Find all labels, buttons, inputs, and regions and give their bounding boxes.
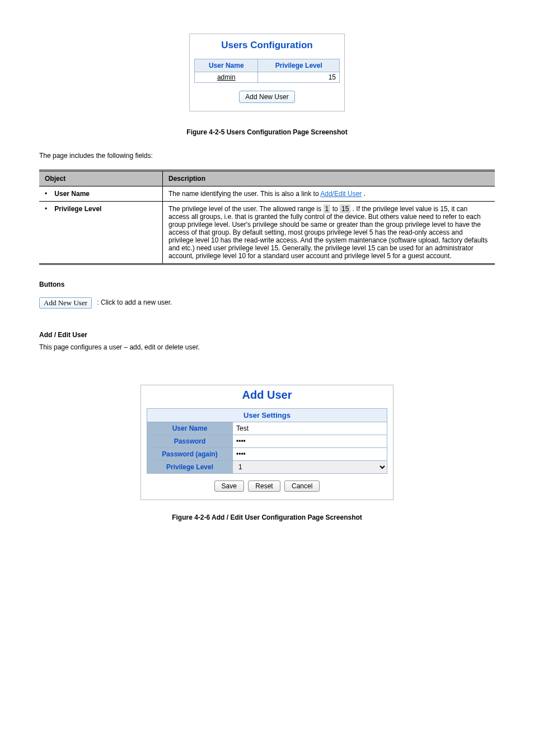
- users-config-panel: Users Configuration User Name Privilege …: [189, 34, 345, 111]
- table-row: • Privilege Level The privilege level of…: [39, 202, 495, 264]
- cancel-button[interactable]: Cancel: [284, 480, 320, 492]
- add-edit-user-link[interactable]: Add/Edit User: [320, 190, 362, 198]
- users-config-title: Users Configuration: [194, 40, 340, 51]
- add-new-user-button[interactable]: Add New User: [239, 91, 294, 103]
- intro-text: The page includes the following fields:: [39, 152, 495, 160]
- description-table: Object Description • User Name The name …: [39, 170, 495, 265]
- header-object: Object: [39, 171, 163, 186]
- priv-value: 15: [258, 72, 340, 83]
- users-table: User Name Privilege Level admin 15: [194, 59, 340, 83]
- password-again-input[interactable]: [233, 449, 387, 460]
- desc-user-name-b: .: [364, 190, 366, 198]
- add-user-title: Add User: [147, 389, 387, 402]
- label-user-name: User Name: [147, 422, 233, 435]
- desc-text-rest: . If the privilege level value is 15, it…: [168, 205, 488, 260]
- add-new-user-button-inline[interactable]: Add New User: [39, 297, 92, 309]
- figure-caption-1: Figure 4-2-5 Users Configuration Page Sc…: [39, 128, 495, 136]
- col-user-name: User Name: [195, 59, 258, 72]
- label-privilege-level: Privilege Level: [147, 461, 233, 474]
- obj-privilege-level: Privilege Level: [54, 205, 101, 213]
- user-admin-link[interactable]: admin: [217, 73, 236, 81]
- desc-text-head: The privilege level of the user. The all…: [168, 205, 324, 213]
- user-settings-header: User Settings: [147, 409, 387, 422]
- label-password: Password: [147, 435, 233, 448]
- privilege-level-select[interactable]: 1: [233, 461, 387, 473]
- table-row: • User Name The name identifying the use…: [39, 186, 495, 202]
- add-edit-heading: Add / Edit User: [39, 331, 495, 339]
- table-row: admin 15: [195, 72, 340, 83]
- add-edit-text: This page configures a user – add, edit …: [39, 343, 495, 351]
- header-description: Description: [163, 171, 495, 186]
- save-button[interactable]: Save: [214, 480, 244, 492]
- password-input[interactable]: [233, 436, 387, 447]
- label-password-again: Password (again): [147, 448, 233, 461]
- desc-user-name-a: The name identifying the user. This is a…: [168, 190, 320, 198]
- buttons-heading: Buttons: [39, 281, 495, 288]
- user-name-input[interactable]: [233, 423, 387, 434]
- figure-caption-2: Figure 4-2-6 Add / Edit User Configurati…: [39, 514, 495, 521]
- col-privilege-level: Privilege Level: [258, 59, 340, 72]
- obj-user-name: User Name: [54, 190, 90, 198]
- reset-button[interactable]: Reset: [248, 480, 280, 492]
- add-user-panel: Add User User Settings User Name Passwor…: [140, 385, 394, 500]
- add-new-user-desc: : Click to add a new user.: [97, 298, 172, 306]
